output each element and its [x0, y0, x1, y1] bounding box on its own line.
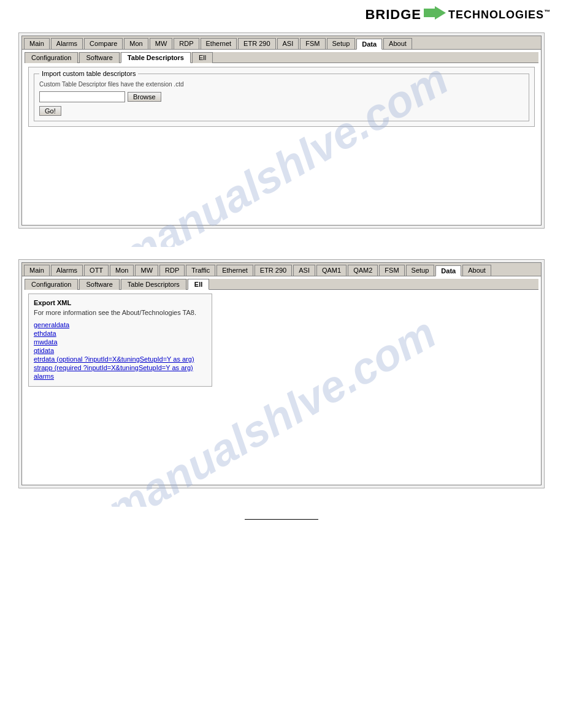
svg-marker-0 [424, 6, 446, 20]
export-link-ethdata[interactable]: ethdata [34, 330, 207, 337]
panel1: Main Alarms Compare Mon MW RDP Ethernet … [18, 32, 545, 247]
panel1-tab-bar: Main Alarms Compare Mon MW RDP Ethernet … [21, 36, 542, 49]
watermark-area-2: manualshlve.com [25, 390, 538, 482]
tab-alarms-1[interactable]: Alarms [51, 38, 83, 49]
panel2: Main Alarms OTT Mon MW RDP Traffic Ether… [18, 259, 545, 507]
export-section: Export XML For more information see the … [28, 294, 535, 387]
tab-main-2[interactable]: Main [24, 265, 50, 276]
tab-data-1[interactable]: Data [356, 39, 382, 50]
logo-technologies: TECHNOLOGIES™ [448, 9, 551, 21]
subtab-table-descriptors-1[interactable]: Table Descriptors [121, 52, 191, 63]
panel2-subtab-bar: Configuration Software Table Descriptors… [25, 279, 538, 290]
tab-mon-2[interactable]: Mon [110, 265, 134, 276]
subtab-configuration-1[interactable]: Configuration [25, 52, 78, 63]
subtab-ell-2[interactable]: Ell [188, 279, 209, 290]
tab-qam2-2[interactable]: QAM2 [348, 265, 378, 276]
tab-asi-1[interactable]: ASI [277, 38, 299, 49]
export-link-mwdata[interactable]: mwdata [34, 338, 207, 346]
logo-arrow-icon [424, 6, 446, 23]
subtab-software-1[interactable]: Software [79, 52, 119, 63]
page: Main Alarms Compare Mon MW RDP Ethernet … [0, 26, 563, 532]
subtab-ell-1[interactable]: Ell [192, 52, 213, 63]
logo-bridge: BRIDGE [365, 7, 421, 23]
export-note: For more information see the About/Techn… [34, 309, 207, 316]
tab-ethernet-2[interactable]: Ethernet [216, 265, 253, 276]
export-link-alarms[interactable]: alarms [34, 373, 207, 380]
tab-ethernet-1[interactable]: Ethernet [201, 38, 237, 49]
tab-rdp-1[interactable]: RDP [174, 38, 199, 49]
tab-alarms-2[interactable]: Alarms [51, 265, 83, 276]
tab-mon-1[interactable]: Mon [124, 38, 148, 49]
tab-mw-2[interactable]: MW [135, 265, 158, 276]
panel2-container: Main Alarms OTT Mon MW RDP Traffic Ether… [18, 259, 545, 488]
export-link-etrdata[interactable]: etrdata (optional ?inputId=X&tuningSetup… [34, 355, 207, 363]
tab-etr290-2[interactable]: ETR 290 [255, 265, 292, 276]
tab-qam1-2[interactable]: QAM1 [316, 265, 347, 276]
go-button[interactable]: Go! [39, 106, 61, 116]
tab-mw-1[interactable]: MW [150, 38, 173, 49]
fieldset-legend-1: Import custom table descriptors [39, 70, 138, 77]
tab-asi-2[interactable]: ASI [293, 265, 315, 276]
fieldset-note-1: Custom Table Descriptor files have the e… [39, 81, 524, 88]
export-link-qtidata[interactable]: qtidata [34, 347, 207, 354]
export-link-strapp[interactable]: strapp (required ?inputId=X&tuningSetupI… [34, 364, 207, 371]
tab-fsm-2[interactable]: FSM [379, 265, 404, 276]
tab-setup-1[interactable]: Setup [327, 38, 356, 49]
tab-compare-1[interactable]: Compare [84, 38, 123, 49]
tab-rdp-2[interactable]: RDP [159, 265, 185, 276]
panel2-tab-content: Configuration Software Table Descriptors… [21, 276, 542, 485]
browse-button[interactable]: Browse [128, 92, 161, 102]
export-title: Export XML [34, 299, 207, 306]
bottom-separator [18, 519, 545, 526]
tab-data-2[interactable]: Data [435, 265, 461, 276]
export-box: Export XML For more information see the … [28, 294, 212, 387]
browse-row: Browse [39, 91, 524, 102]
tab-ott-2[interactable]: OTT [84, 265, 109, 276]
tab-about-1[interactable]: About [383, 38, 412, 49]
tab-fsm-1[interactable]: FSM [300, 38, 325, 49]
tab-traffic-2[interactable]: Traffic [186, 265, 215, 276]
panel1-subtab-bar: Configuration Software Table Descriptors… [25, 52, 538, 63]
subtab-table-descriptors-2[interactable]: Table Descriptors [121, 279, 186, 290]
panel1-container: Main Alarms Compare Mon MW RDP Ethernet … [18, 32, 545, 229]
logo: BRIDGE TECHNOLOGIES™ [365, 6, 551, 23]
tab-main-1[interactable]: Main [24, 38, 50, 49]
panel1-fieldset: Import custom table descriptors Custom T… [28, 67, 535, 127]
header: BRIDGE TECHNOLOGIES™ [0, 0, 563, 26]
tab-about-2[interactable]: About [462, 265, 491, 276]
panel1-tab-content: Configuration Software Table Descriptors… [21, 49, 542, 226]
browse-input[interactable] [39, 91, 125, 102]
tab-setup-2[interactable]: Setup [406, 265, 435, 276]
tab-etr290-1[interactable]: ETR 290 [238, 38, 275, 49]
subtab-configuration-2[interactable]: Configuration [25, 279, 78, 290]
panel2-tab-bar: Main Alarms OTT Mon MW RDP Traffic Ether… [21, 262, 542, 276]
export-link-generaldata[interactable]: generaldata [34, 321, 207, 328]
subtab-software-2[interactable]: Software [79, 279, 119, 290]
watermark-area-1: manualshlve.com [25, 131, 538, 222]
